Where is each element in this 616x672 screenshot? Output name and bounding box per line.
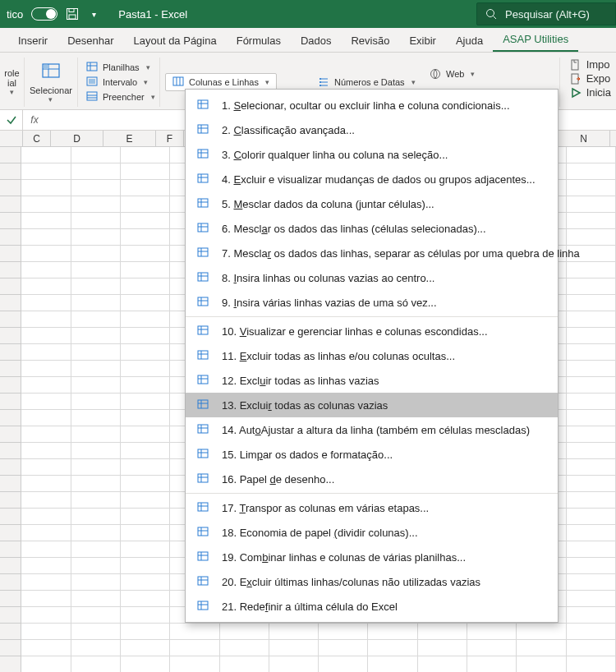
formula-accept[interactable]	[0, 110, 23, 130]
menu-item-icon	[195, 574, 210, 589]
numbers-icon	[318, 76, 329, 88]
col-head[interactable]: D	[51, 131, 103, 146]
tab-layout[interactable]: Layout da Página	[124, 30, 227, 52]
tab-formulas[interactable]: Fórmulas	[227, 30, 291, 52]
menu-item-8[interactable]: 8. Insira linhas ou colunas vazias ao ce…	[186, 265, 558, 290]
menu-item-label: 14. AutoAjustar a altura da linha (també…	[222, 424, 530, 436]
svg-line-4	[494, 16, 497, 20]
menu-item-6[interactable]: 6. Mesclar os dados das linhas (células …	[186, 216, 558, 241]
web-icon	[430, 68, 441, 80]
menu-item-icon	[195, 550, 210, 564]
export-icon	[570, 73, 582, 85]
svg-rect-14	[87, 92, 97, 100]
svg-rect-13	[89, 79, 95, 84]
menu-item-label: 4. Excluir e visualizar mudanças de dado…	[222, 173, 536, 186]
tab-exibir[interactable]: Exibir	[399, 30, 446, 52]
select-icon	[39, 61, 62, 84]
svg-rect-68	[198, 425, 208, 433]
col-head[interactable]: E	[103, 131, 156, 146]
menu-item-label: 18. Economia de papel (dividir colunas).…	[222, 527, 418, 539]
menu-item-3[interactable]: 3. Colorir qualquer linha ou coluna na s…	[186, 142, 558, 167]
search-box[interactable]: Pesquisar (Alt+G)	[476, 2, 616, 25]
menu-item-18[interactable]: 18. Economia de papel (dividir colunas).…	[186, 520, 558, 545]
menu-item-icon	[195, 373, 210, 388]
ribbon-group-vision[interactable]: roleial ▾	[0, 58, 25, 107]
menu-item-label: 1. Selecionar, ocultar ou excluir linha …	[222, 99, 510, 112]
menu-item-icon	[195, 324, 210, 338]
menu-item-label: 11. Excluir todas as linhas e/ou colunas…	[222, 350, 455, 362]
menu-item-icon	[195, 270, 210, 285]
menu-item-17[interactable]: 17. Transpor as colunas em várias etapas…	[186, 495, 558, 520]
menu-item-11[interactable]: 11. Excluir todas as linhas e/ou colunas…	[186, 343, 558, 368]
menu-item-12[interactable]: 12. Excluir todas as linhas vazias	[186, 368, 558, 393]
import-button[interactable]: Impo	[568, 58, 613, 71]
col-head[interactable]: N	[558, 131, 610, 146]
col-head[interactable]: F	[156, 131, 184, 146]
menu-item-label: 9. Insira várias linhas vazias de uma só…	[222, 297, 437, 309]
tab-inserir[interactable]: Inserir	[8, 30, 57, 52]
menu-item-icon	[195, 348, 210, 363]
menu-item-5[interactable]: 5. Mesclar dados da coluna (juntar célul…	[186, 191, 558, 216]
menu-item-1[interactable]: 1. Selecionar, ocultar ou excluir linha …	[186, 93, 558, 117]
menu-item-15[interactable]: 15. Limpar os dados e formatação...	[186, 442, 558, 467]
quick-access-dropdown[interactable]: ▾	[87, 7, 100, 21]
grid-row	[0, 656, 616, 672]
tab-dados[interactable]: Dados	[291, 30, 342, 52]
svg-rect-74	[198, 474, 208, 482]
menu-separator	[186, 493, 558, 494]
menu-item-20[interactable]: 20. Excluir últimas linhas/colunas não u…	[186, 569, 558, 594]
svg-rect-1	[69, 9, 74, 12]
start-button[interactable]: Inicia	[568, 85, 613, 99]
menu-item-21[interactable]: 21. Redefinir a última célula do Excel	[186, 594, 558, 619]
menu-item-icon	[195, 172, 210, 186]
grid-row	[0, 640, 616, 656]
menu-item-2[interactable]: 2. Classificação avançada...	[186, 117, 558, 142]
save-icon[interactable]	[66, 7, 79, 21]
grid-row	[0, 624, 616, 640]
svg-rect-47	[198, 248, 208, 256]
menu-item-4[interactable]: 4. Excluir e visualizar mudanças de dado…	[186, 167, 558, 191]
menu-item-label: 16. Papel de desenho...	[222, 473, 334, 486]
menu-item-9[interactable]: 9. Insira várias linhas vazias de uma só…	[186, 290, 558, 315]
menu-item-label: 3. Colorir qualquer linha ou coluna na s…	[222, 149, 448, 161]
tab-ajuda[interactable]: Ajuda	[446, 30, 493, 52]
planilhas-button[interactable]: Planilhas▾	[83, 60, 154, 75]
export-button[interactable]: Expo	[568, 71, 613, 85]
svg-point-23	[319, 78, 321, 80]
numeros-datas-button[interactable]: Números e Datas▾	[315, 75, 419, 90]
autosave-toggle[interactable]	[31, 7, 57, 21]
menu-item-icon	[195, 295, 210, 310]
menu-item-19[interactable]: 19. Combinar linhas e colunas de várias …	[186, 545, 558, 569]
svg-rect-17	[173, 77, 183, 85]
svg-rect-2	[69, 15, 76, 19]
ribbon-selecionar[interactable]: Selecionar ▾	[25, 58, 78, 107]
menu-item-label: 7. Mesclar os dados das linhas, separar …	[222, 247, 580, 260]
menu-item-icon	[195, 500, 210, 515]
svg-rect-53	[198, 297, 208, 306]
web-button[interactable]: Web▾	[426, 67, 478, 81]
menu-item-icon	[195, 98, 210, 113]
menu-item-icon	[195, 525, 210, 540]
svg-point-26	[430, 70, 439, 79]
svg-rect-65	[198, 400, 208, 408]
ribbon-right-group: Impo Expo Inicia	[559, 58, 616, 107]
search-icon	[485, 8, 497, 20]
tab-desenhar[interactable]: Desenhar	[57, 30, 123, 52]
tab-revisao[interactable]: Revisão	[341, 30, 399, 52]
fill-icon	[86, 91, 98, 103]
window-title: Pasta1 - Excel	[118, 8, 187, 21]
col-head[interactable]: C	[23, 131, 51, 146]
menu-item-14[interactable]: 14. AutoAjustar a altura da linha (també…	[186, 417, 558, 442]
fx-label[interactable]: fx	[23, 114, 46, 126]
menu-item-13[interactable]: 13. Excluir todas as colunas vazias	[186, 393, 558, 417]
tab-asap-utilities[interactable]: ASAP Utilities	[493, 28, 578, 52]
menu-item-10[interactable]: 10. Visualizar e gerenciar linhas e colu…	[186, 319, 558, 343]
svg-rect-83	[198, 552, 208, 560]
intervalo-button[interactable]: Intervalo▾	[83, 75, 151, 90]
menu-item-16[interactable]: 16. Papel de desenho...	[186, 467, 558, 491]
columns-rows-icon	[172, 76, 184, 88]
menu-item-label: 5. Mesclar dados da coluna (juntar célul…	[222, 198, 434, 210]
preencher-button[interactable]: Preencher▾	[83, 90, 159, 104]
menu-separator	[186, 316, 558, 317]
menu-item-7[interactable]: 7. Mesclar os dados das linhas, separar …	[186, 241, 558, 265]
